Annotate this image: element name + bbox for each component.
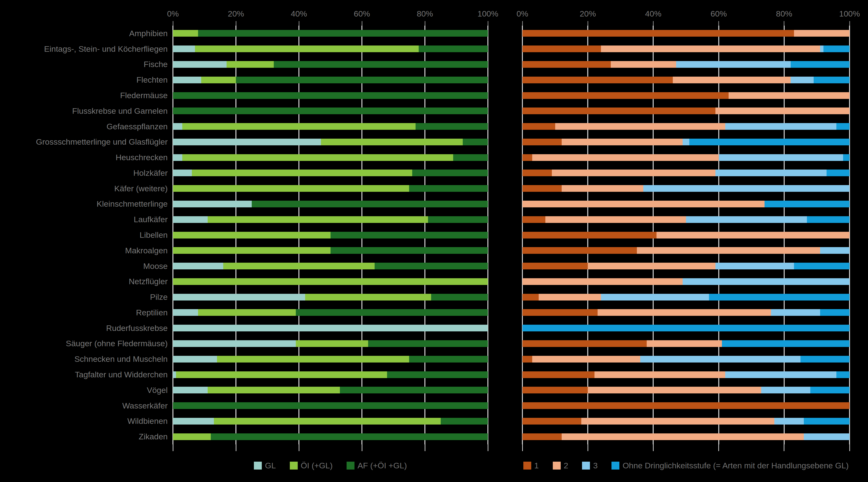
- bar-segment-flechten-af-öi-gl: [236, 76, 488, 83]
- bar-segment-moose-1: [522, 263, 588, 269]
- bar-segment-flusskrebse-und-garnelen-2: [715, 107, 849, 114]
- bar-segment-fische-1: [522, 61, 611, 68]
- bar-pilze: [522, 294, 849, 300]
- category-label-heuschrecken: Heuschrecken: [0, 150, 168, 165]
- bar-segment-wasserkäfer-1: [522, 402, 849, 409]
- bar-segment-vögel-2: [588, 387, 761, 393]
- bar-segment-gefaesspflanzen-af-öi-gl: [415, 123, 488, 130]
- bar-segment-schnecken-und-muscheln-2: [532, 356, 640, 362]
- bar-segment-holzkäfer-3: [715, 169, 827, 176]
- category-label-schnecken-und-muscheln: Schnecken und Muscheln: [0, 351, 168, 367]
- legend-label-1: 1: [534, 461, 539, 470]
- bar-fledermäuse: [522, 92, 849, 99]
- bar-segment-wildbienen-gl: [173, 418, 214, 424]
- bar-segment-eintags-stein-und-köcherfliegen-öi-gl: [195, 45, 419, 52]
- bar-segment-pilze-3: [601, 294, 709, 300]
- right-chart-legend: 123Ohne Dringlichkeitsstufe (= Arten mit…: [522, 460, 849, 471]
- legend-label-3: 3: [593, 461, 597, 470]
- bar-segment-makroalgen-1: [522, 247, 637, 254]
- bar-segment-vögel-3: [761, 387, 810, 393]
- bar-segment-laufkäfer-af-öi-gl: [428, 216, 488, 223]
- category-label-libellen: Libellen: [0, 227, 168, 243]
- axis-tick-bottom-0pct: [173, 444, 174, 451]
- bar-segment-fledermäuse-1: [522, 92, 728, 99]
- bar-segment-gefaesspflanzen-1: [522, 123, 555, 130]
- bar-moose: [173, 263, 488, 269]
- category-label-fledermäuse: Fledermäuse: [0, 88, 168, 103]
- bar-segment-laufkäfer-3: [686, 216, 807, 223]
- bar-segment-fische-2: [611, 61, 676, 68]
- axis-tick-label-80pct: 80%: [417, 9, 433, 19]
- bar-segment-amphibien-2: [794, 30, 849, 37]
- bar-segment-holzkäfer-af-öi-gl: [412, 169, 488, 176]
- axis-tick-top-80pct: [425, 21, 425, 26]
- legend-swatch-af-öi-gl: [347, 462, 354, 470]
- category-label-grossschmetterlinge-und-glasflügler: Grossschmetterlinge und Glasflügler: [0, 134, 168, 150]
- bar-segment-tagfalter-und-widderchen-gl: [173, 372, 176, 378]
- legend-item-2: 2: [553, 461, 568, 470]
- bar-segment-säuger-ohne-fledermäuse-ohne-dringlichkeitsstufe-arten-mit-der-handlungsebene-gl: [722, 340, 849, 347]
- bar-segment-ruderfusskrebse-gl: [173, 325, 488, 331]
- bar-segment-heuschrecken-af-öi-gl: [453, 154, 488, 161]
- legend-label-öi-gl: ÖI (+GL): [301, 461, 333, 470]
- category-label-wildbienen: Wildbienen: [0, 413, 168, 429]
- bar-käfer-weitere: [522, 185, 849, 192]
- bar-segment-tagfalter-und-widderchen-2: [594, 372, 725, 378]
- bar-segment-moose-öi-gl: [223, 263, 374, 269]
- category-label-moose: Moose: [0, 258, 168, 274]
- bar-segment-laufkäfer-ohne-dringlichkeitsstufe-arten-mit-der-handlungsebene-gl: [807, 216, 849, 223]
- bar-segment-laufkäfer-gl: [173, 216, 208, 223]
- category-label-eintags-stein-und-köcherfliegen: Eintags-, Stein- und Köcherfliegen: [0, 41, 168, 57]
- bar-segment-käfer-weitere-af-öi-gl: [409, 185, 488, 192]
- legend-label-2: 2: [564, 461, 568, 470]
- bar-segment-flechten-1: [522, 76, 673, 83]
- bar-segment-flechten-ohne-dringlichkeitsstufe-arten-mit-der-handlungsebene-gl: [814, 76, 849, 83]
- bar-wasserkäfer: [522, 402, 849, 409]
- bar-segment-grossschmetterlinge-und-glasflügler-öi-gl: [321, 139, 463, 146]
- bar-segment-wildbienen-2: [581, 418, 774, 424]
- legend-item-ohne-dringlichkeitsstufe-arten-mit-der-handlungsebene-gl: Ohne Dringlichkeitsstufe (= Arten mit de…: [612, 461, 848, 470]
- right-chart-panel: 0%20%40%60%80%100%: [522, 0, 849, 482]
- category-label-reptilien: Reptilien: [0, 305, 168, 320]
- category-label-käfer-weitere: Käfer (weitere): [0, 181, 168, 196]
- bar-segment-tagfalter-und-widderchen-ohne-dringlichkeitsstufe-arten-mit-der-handlungsebene-gl: [836, 372, 849, 378]
- bar-grossschmetterlinge-und-glasflügler: [522, 139, 849, 146]
- bar-segment-eintags-stein-und-köcherfliegen-ohne-dringlichkeitsstufe-arten-mit-der-handlungsebene-gl: [824, 45, 849, 52]
- bar-vögel: [522, 387, 849, 393]
- bar-makroalgen: [522, 247, 849, 254]
- bar-netzflügler: [522, 278, 849, 285]
- bar-segment-reptilien-ohne-dringlichkeitsstufe-arten-mit-der-handlungsebene-gl: [820, 309, 849, 316]
- axis-tick-bottom-0pct: [522, 444, 523, 451]
- bar-segment-zikaden-3: [804, 433, 849, 440]
- category-label-flechten: Flechten: [0, 72, 168, 88]
- left-chart-panel: 0%20%40%60%80%100%: [173, 0, 488, 482]
- legend-item-3: 3: [582, 461, 597, 470]
- bar-segment-tagfalter-und-widderchen-öi-gl: [176, 372, 387, 378]
- bar-zikaden: [173, 433, 488, 440]
- axis-tick-top-60pct: [718, 21, 719, 26]
- bar-segment-grossschmetterlinge-und-glasflügler-ohne-dringlichkeitsstufe-arten-mit-der-handlungsebene-gl: [689, 139, 849, 146]
- bar-segment-flechten-öi-gl: [201, 76, 236, 83]
- bar-segment-gefaesspflanzen-gl: [173, 123, 182, 130]
- bar-segment-flusskrebse-und-garnelen-af-öi-gl: [173, 107, 488, 114]
- bar-gefaesspflanzen: [173, 123, 488, 130]
- bar-segment-moose-ohne-dringlichkeitsstufe-arten-mit-der-handlungsebene-gl: [794, 263, 849, 269]
- bar-segment-amphibien-öi-gl: [173, 30, 198, 37]
- bar-segment-gefaesspflanzen-3: [725, 123, 836, 130]
- bar-segment-gefaesspflanzen-2: [555, 123, 725, 130]
- bar-segment-käfer-weitere-1: [522, 185, 562, 192]
- bar-fische: [173, 61, 488, 68]
- legend-item-1: 1: [523, 461, 539, 470]
- axis-tick-bottom-20pct: [236, 444, 237, 451]
- bar-segment-eintags-stein-und-köcherfliegen-gl: [173, 45, 195, 52]
- bar-segment-laufkäfer-öi-gl: [208, 216, 428, 223]
- category-label-gefaesspflanzen: Gefaesspflanzen: [0, 119, 168, 134]
- stacked-bar-chart-canvas: AmphibienEintags-, Stein- und Köcherflie…: [0, 0, 868, 482]
- category-label-tagfalter-und-widderchen: Tagfalter und Widderchen: [0, 367, 168, 382]
- bar-segment-schnecken-und-muscheln-1: [522, 356, 532, 362]
- bar-segment-grossschmetterlinge-und-glasflügler-2: [562, 139, 683, 146]
- bar-segment-wasserkäfer-af-öi-gl: [173, 402, 488, 409]
- bar-segment-reptilien-öi-gl: [198, 309, 296, 316]
- bar-segment-kleinschmetterlinge-af-öi-gl: [252, 201, 488, 207]
- category-label-amphibien: Amphibien: [0, 26, 168, 41]
